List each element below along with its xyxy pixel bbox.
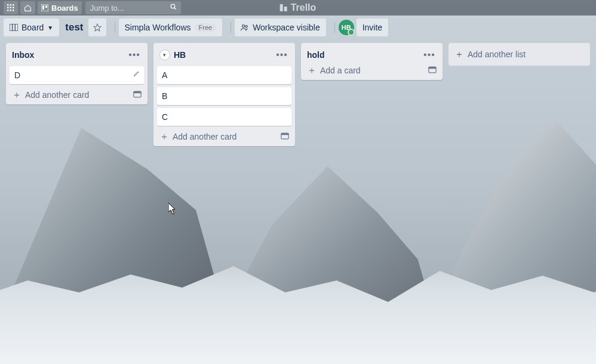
list-hold: hold ••• ＋ Add a card: [301, 43, 443, 80]
list-title[interactable]: HB: [174, 50, 275, 60]
member-avatar[interactable]: HB: [339, 20, 354, 35]
add-card-button[interactable]: ＋ Add another card: [10, 88, 144, 101]
list-header: ▾ HB •••: [157, 47, 291, 63]
free-badge: Free: [195, 23, 217, 32]
card[interactable]: A: [157, 66, 291, 84]
add-card-label: Add another card: [25, 90, 133, 100]
jump-search[interactable]: [85, 1, 181, 14]
svg-rect-6: [7, 10, 9, 11]
card-title: D: [14, 70, 20, 80]
svg-rect-9: [41, 4, 48, 11]
list-collapse-toggle[interactable]: ▾: [159, 50, 170, 60]
add-card-label: Add a card: [320, 66, 428, 75]
divider: [334, 22, 335, 33]
svg-rect-11: [45, 5, 47, 8]
grid-icon: [7, 4, 14, 11]
divider: [115, 22, 115, 33]
svg-marker-17: [94, 24, 101, 31]
card-template-button[interactable]: [428, 66, 437, 75]
apps-menu-button[interactable]: [4, 1, 18, 14]
svg-line-13: [174, 8, 176, 10]
powerup-chip[interactable]: Simpla Workflows Free: [119, 18, 223, 36]
svg-rect-3: [7, 7, 9, 9]
card[interactable]: B: [157, 87, 291, 105]
global-topbar: Boards Trello: [0, 0, 596, 16]
boards-button[interactable]: Boards: [38, 1, 82, 14]
star-icon: [93, 23, 102, 32]
chevron-down-icon: ▼: [47, 24, 53, 31]
svg-rect-10: [42, 5, 44, 10]
list-hb: ▾ HB ••• A B C ＋ Add another card: [153, 43, 295, 146]
svg-rect-7: [10, 10, 12, 11]
add-card-button[interactable]: ＋ Add a card: [305, 63, 439, 76]
mouse-cursor: [168, 203, 176, 214]
template-icon: [281, 132, 289, 140]
add-card-label: Add another card: [173, 132, 281, 141]
card-title: B: [162, 91, 167, 101]
search-input[interactable]: [89, 3, 161, 13]
plus-icon: ＋: [159, 132, 169, 141]
list-title[interactable]: hold: [307, 50, 422, 60]
svg-rect-8: [13, 10, 14, 11]
svg-point-12: [171, 4, 175, 8]
svg-point-18: [242, 25, 245, 27]
plus-icon: ＋: [12, 90, 21, 100]
svg-rect-2: [13, 4, 14, 6]
star-board-button[interactable]: [88, 18, 106, 36]
list-title[interactable]: Inbox: [12, 50, 127, 60]
svg-rect-14: [10, 24, 18, 31]
home-button[interactable]: [20, 1, 35, 14]
card-title: C: [162, 112, 168, 122]
plus-icon: ＋: [307, 66, 317, 75]
add-list-button[interactable]: ＋ Add another list: [448, 43, 590, 66]
svg-rect-23: [281, 133, 288, 135]
board-title[interactable]: test: [64, 21, 84, 33]
brand-name: Trello: [291, 2, 317, 13]
card[interactable]: C: [157, 108, 291, 126]
add-list-label: Add another list: [468, 50, 526, 59]
visibility-button[interactable]: Workspace visible: [235, 18, 326, 36]
powerup-label: Simpla Workflows: [125, 23, 191, 32]
svg-rect-5: [13, 7, 14, 9]
board-view-switcher[interactable]: Board ▼: [4, 18, 59, 36]
template-icon: [428, 66, 437, 73]
list-header: hold •••: [305, 47, 439, 63]
svg-rect-4: [10, 7, 12, 9]
divider: [231, 22, 231, 33]
trello-icon: [41, 4, 48, 11]
card-template-button[interactable]: [133, 91, 142, 100]
svg-rect-0: [7, 4, 9, 6]
boards-label: Boards: [51, 4, 78, 13]
trello-glyph-icon: [280, 4, 287, 11]
brand-logo[interactable]: Trello: [280, 0, 317, 16]
visibility-label: Workspace visible: [253, 23, 320, 32]
pencil-icon[interactable]: [133, 70, 140, 79]
invite-label: Invite: [362, 23, 382, 32]
board-header: Board ▼ test Simpla Workflows Free Works…: [0, 16, 596, 39]
list-menu-button[interactable]: •••: [127, 50, 142, 60]
svg-point-19: [245, 26, 247, 27]
add-card-button[interactable]: ＋ Add another card: [157, 129, 291, 143]
list-menu-button[interactable]: •••: [422, 50, 437, 60]
card-template-button[interactable]: [281, 132, 289, 141]
card[interactable]: D: [10, 66, 144, 84]
list-inbox: Inbox ••• D ＋ Add another card: [6, 43, 148, 104]
list-header: Inbox •••: [10, 47, 144, 63]
template-icon: [133, 91, 142, 98]
home-icon: [24, 4, 32, 12]
card-title: A: [162, 70, 167, 80]
board-icon: [10, 24, 18, 31]
svg-rect-1: [10, 4, 12, 6]
list-menu-button[interactable]: •••: [275, 50, 289, 60]
svg-rect-21: [134, 91, 141, 93]
board-canvas[interactable]: Inbox ••• D ＋ Add another card ▾ HB ••• …: [0, 39, 596, 150]
people-icon: [241, 24, 249, 31]
plus-icon: ＋: [454, 48, 464, 61]
view-label: Board: [21, 23, 44, 32]
svg-rect-25: [429, 67, 436, 69]
invite-button[interactable]: Invite: [357, 18, 388, 36]
search-icon: [170, 3, 177, 13]
